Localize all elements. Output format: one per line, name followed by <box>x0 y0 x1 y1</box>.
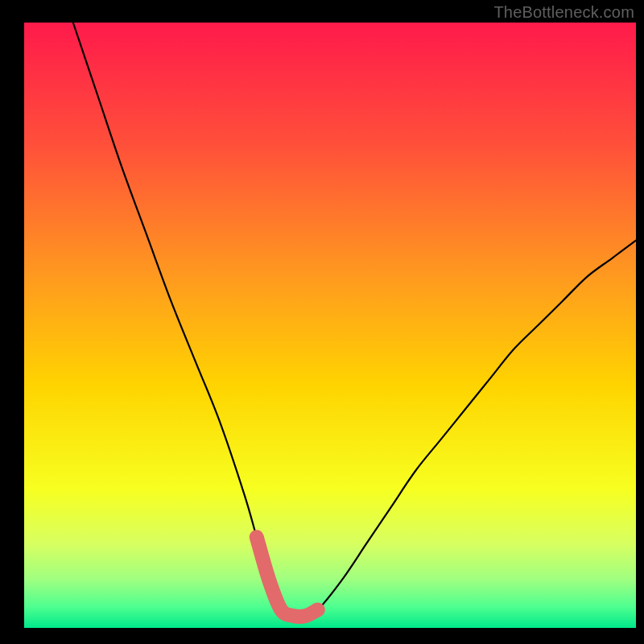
frame-bottom <box>0 628 644 644</box>
bottleneck-chart <box>0 0 644 644</box>
watermark-label: TheBottleneck.com <box>493 3 634 22</box>
frame-left <box>0 0 24 644</box>
plot-background <box>24 23 636 628</box>
frame-right <box>636 0 644 644</box>
chart-frame: TheBottleneck.com <box>0 0 644 644</box>
